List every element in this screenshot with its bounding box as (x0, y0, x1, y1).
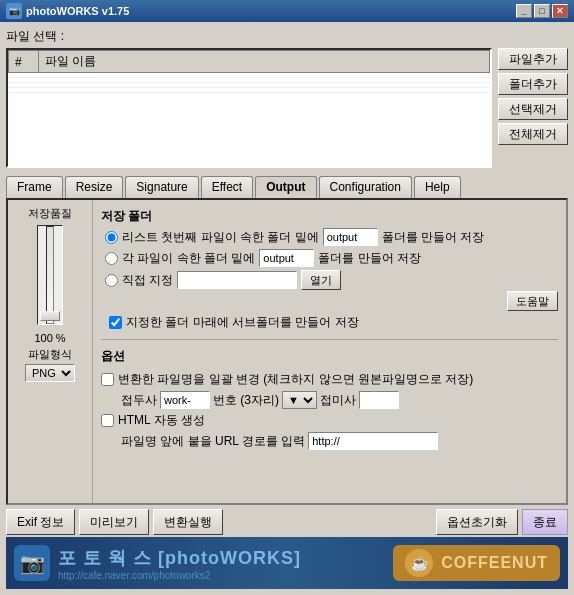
remove-selected-button[interactable]: 선택제거 (498, 98, 568, 120)
suffix-input[interactable] (359, 391, 399, 409)
section-divider (101, 339, 558, 340)
radio-manual[interactable] (105, 274, 118, 287)
prefix-label: 접두사 (121, 392, 157, 409)
banner-text-group: 포 토 웍 스 [photoWORKS] http://cafe.naver.c… (58, 546, 301, 581)
minimize-button[interactable]: _ (516, 4, 532, 18)
col-hash: # (9, 51, 39, 73)
help-button[interactable]: 도움말 (507, 291, 558, 311)
preview-button[interactable]: 미리보기 (79, 509, 149, 535)
format-select-row: PNG JPG BMP (25, 364, 75, 382)
tab-panel: 저장품질 100 % 파일형식 PNG JPG BMP 저장 폴더 (6, 198, 568, 505)
radio-list-first[interactable] (105, 231, 118, 244)
tab-frame[interactable]: Frame (6, 176, 63, 198)
quality-label: 저장품질 (28, 206, 72, 221)
prefix-input[interactable] (160, 391, 210, 409)
radio1-input[interactable] (323, 228, 378, 246)
coffeenut-text: COFFEENUT (441, 554, 548, 572)
tab-help[interactable]: Help (414, 176, 461, 198)
convert-button[interactable]: 변환실행 (153, 509, 223, 535)
banner-right: ☕ COFFEENUT (393, 545, 560, 581)
file-table-container: # 파일 이름 (6, 48, 492, 168)
subfolder-checkbox[interactable] (109, 316, 122, 329)
reset-button[interactable]: 옵션초기화 (436, 509, 518, 535)
format-select[interactable]: PNG JPG BMP (25, 364, 75, 382)
main-window: 파일 선택 : # 파일 이름 (0, 22, 574, 595)
save-folder-title: 저장 폴더 (101, 208, 558, 225)
close-app-button[interactable]: 종료 (522, 509, 568, 535)
file-table: # 파일 이름 (8, 50, 490, 93)
rename-checkbox[interactable] (101, 373, 114, 386)
maximize-button[interactable]: □ (534, 4, 550, 18)
radio-row-2: 각 파일이 속한 폴더 밑에 폴더를 만들어 저장 (105, 249, 558, 267)
save-folder-section: 저장 폴더 리스트 첫번째 파일이 속한 폴더 밑에 폴더를 만들어 저장 각 … (101, 208, 558, 331)
save-folder-radio-group: 리스트 첫번째 파일이 속한 폴더 밑에 폴더를 만들어 저장 각 파일이 속한… (101, 228, 558, 331)
banner-url: http://cafe.naver.com/photoworks2 (58, 570, 301, 581)
tab-effect[interactable]: Effect (201, 176, 253, 198)
quality-slider-thumb[interactable] (40, 311, 60, 321)
num-label: 번호 (3자리) (213, 392, 279, 409)
prefix-row: 접두사 번호 (3자리) ▼ 접미사 (101, 391, 558, 409)
tab-resize[interactable]: Resize (65, 176, 124, 198)
format-label: 파일형식 (28, 347, 72, 362)
html-option-row: HTML 자동 생성 (101, 412, 558, 429)
exif-button[interactable]: Exif 정보 (6, 509, 75, 535)
subfolder-checkbox-row: 지정한 폴더 마래에 서브폴더를 만들어 저장 (105, 314, 558, 331)
file-select-label: 파일 선택 : (6, 28, 568, 45)
coffeenut-icon: ☕ (405, 549, 433, 577)
quality-panel: 저장품질 100 % 파일형식 PNG JPG BMP (8, 200, 93, 503)
rename-label: 변환한 파일명을 일괄 변경 (체크하지 않으면 원본파일명으로 저장) (118, 371, 473, 388)
add-file-button[interactable]: 파일추가 (498, 48, 568, 70)
url-input[interactable] (308, 432, 438, 450)
rename-option-row: 변환한 파일명을 일괄 변경 (체크하지 않으면 원본파일명으로 저장) (101, 371, 558, 388)
add-folder-button[interactable]: 폴더추가 (498, 73, 568, 95)
radio-each-file[interactable] (105, 252, 118, 265)
html-label: HTML 자동 생성 (118, 412, 205, 429)
banner-app-name: 포 토 웍 스 [photoWORKS] (58, 546, 301, 570)
radio2-suffix: 폴더를 만들어 저장 (318, 250, 421, 267)
quality-percent: 100 % (34, 332, 65, 344)
bottom-bar: Exif 정보 미리보기 변환실행 옵션초기화 종료 (6, 505, 568, 537)
table-row (9, 88, 490, 93)
manual-path-input[interactable] (177, 271, 297, 289)
camera-icon: 📷 (14, 545, 50, 581)
tab-signature[interactable]: Signature (125, 176, 198, 198)
close-button[interactable]: ✕ (552, 4, 568, 18)
radio-row-1: 리스트 첫번째 파일이 속한 폴더 밑에 폴더를 만들어 저장 (105, 228, 558, 246)
options-section: 옵션 변환한 파일명을 일괄 변경 (체크하지 않으면 원본파일명으로 저장) … (101, 348, 558, 450)
subfolder-label: 지정한 폴더 마래에 서브폴더를 만들어 저장 (126, 314, 359, 331)
col-name: 파일 이름 (39, 51, 490, 73)
tab-bar: Frame Resize Signature Effect Output Con… (6, 176, 568, 198)
side-buttons: 파일추가 폴더추가 선택제거 전체제거 (498, 48, 568, 172)
open-folder-button[interactable]: 열기 (301, 270, 341, 290)
window-controls: _ □ ✕ (516, 4, 568, 18)
footer-banner: 📷 포 토 웍 스 [photoWORKS] http://cafe.naver… (6, 537, 568, 589)
num-select[interactable]: ▼ (282, 391, 317, 409)
banner-left: 📷 포 토 웍 스 [photoWORKS] http://cafe.naver… (14, 545, 301, 581)
tab-output[interactable]: Output (255, 176, 316, 198)
radio-row-3: 직접 지정 열기 (105, 270, 558, 290)
html-checkbox[interactable] (101, 414, 114, 427)
right-panel: 저장 폴더 리스트 첫번째 파일이 속한 폴더 밑에 폴더를 만들어 저장 각 … (93, 200, 566, 503)
url-row: 파일명 앞에 붙을 URL 경로를 입력 (101, 432, 558, 450)
remove-all-button[interactable]: 전체제거 (498, 123, 568, 145)
tab-configuration[interactable]: Configuration (319, 176, 412, 198)
title-bar: 📷 photoWORKS v1.75 _ □ ✕ (0, 0, 574, 22)
radio2-input[interactable] (259, 249, 314, 267)
options-title: 옵션 (101, 348, 558, 365)
radio1-text: 리스트 첫번째 파일이 속한 폴더 밑에 (122, 229, 319, 246)
suffix-label: 접미사 (320, 392, 356, 409)
url-label: 파일명 앞에 붙을 URL 경로를 입력 (121, 433, 305, 450)
radio1-suffix: 폴더를 만들어 저장 (382, 229, 485, 246)
window-title: photoWORKS v1.75 (26, 5, 129, 17)
app-icon: 📷 (6, 3, 22, 19)
radio2-text: 각 파일이 속한 폴더 밑에 (122, 250, 255, 267)
radio3-text: 직접 지정 (122, 272, 173, 289)
quality-slider-container[interactable] (37, 225, 63, 325)
